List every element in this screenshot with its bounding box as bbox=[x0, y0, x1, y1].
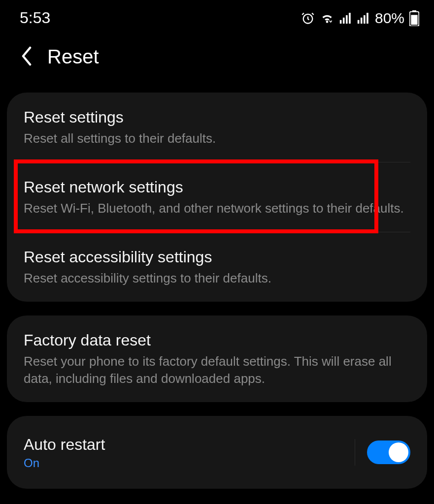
content: Reset settings Reset all settings to the… bbox=[0, 93, 434, 489]
reset-settings-item[interactable]: Reset settings Reset all settings to the… bbox=[7, 93, 427, 162]
item-title: Reset settings bbox=[24, 107, 410, 127]
toggle-knob bbox=[389, 442, 408, 462]
wifi-icon bbox=[320, 12, 334, 24]
status-bar: 5:53 80% bbox=[0, 0, 434, 32]
toggle-control bbox=[355, 439, 410, 466]
item-description: Reset your phone to its factory default … bbox=[24, 353, 410, 387]
svg-rect-4 bbox=[349, 13, 351, 24]
factory-data-reset-item[interactable]: Factory data reset Reset your phone to i… bbox=[7, 315, 427, 402]
toggle-status: On bbox=[24, 456, 105, 470]
page-title: Reset bbox=[47, 46, 99, 68]
signal-icon bbox=[339, 13, 352, 24]
svg-rect-11 bbox=[411, 15, 417, 25]
reset-accessibility-settings-item[interactable]: Reset accessibility settings Reset acces… bbox=[7, 232, 427, 302]
item-description: Reset Wi-Fi, Bluetooth, and other networ… bbox=[24, 200, 410, 217]
svg-rect-1 bbox=[340, 20, 342, 23]
signal-icon-2 bbox=[357, 13, 370, 24]
item-title: Auto restart bbox=[24, 435, 105, 454]
item-title: Reset accessibility settings bbox=[24, 247, 410, 267]
svg-rect-2 bbox=[343, 17, 345, 23]
battery-percentage: 80% bbox=[375, 10, 404, 27]
item-description: Reset accessibility settings to their de… bbox=[24, 270, 410, 287]
item-title: Factory data reset bbox=[24, 330, 410, 350]
settings-group-reset: Reset settings Reset all settings to the… bbox=[7, 93, 427, 302]
status-time: 5:53 bbox=[20, 9, 50, 27]
svg-rect-3 bbox=[346, 15, 348, 23]
item-title: Reset network settings bbox=[24, 177, 410, 197]
separator bbox=[355, 439, 355, 466]
item-description: Reset all settings to their defaults. bbox=[24, 130, 410, 147]
svg-rect-8 bbox=[367, 13, 368, 24]
page-header: Reset bbox=[0, 32, 434, 93]
settings-group-factory: Factory data reset Reset your phone to i… bbox=[7, 315, 427, 402]
back-icon[interactable] bbox=[20, 46, 33, 68]
battery-icon bbox=[409, 10, 419, 26]
alarm-icon bbox=[301, 11, 315, 25]
auto-restart-toggle[interactable] bbox=[367, 441, 410, 464]
svg-rect-6 bbox=[361, 17, 363, 23]
status-right: 80% bbox=[301, 10, 419, 27]
svg-rect-7 bbox=[364, 15, 366, 23]
auto-restart-item[interactable]: Auto restart On bbox=[7, 416, 427, 489]
svg-rect-5 bbox=[358, 20, 360, 23]
settings-group-auto-restart: Auto restart On bbox=[7, 416, 427, 489]
reset-network-settings-item[interactable]: Reset network settings Reset Wi-Fi, Blue… bbox=[7, 162, 427, 232]
